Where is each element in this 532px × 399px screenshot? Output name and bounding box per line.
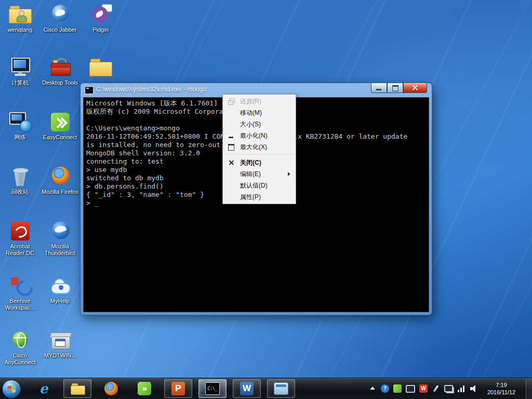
close-button[interactable]	[403, 83, 427, 93]
icon-label: MYDTWIN...	[41, 352, 79, 359]
icon-label: Mozilla Firefox	[41, 189, 79, 195]
signal-tray-icon[interactable]	[457, 384, 466, 393]
network-icon	[8, 112, 32, 132]
anyconnect-icon	[8, 330, 32, 351]
user-folder-icon	[8, 4, 32, 25]
desktop-icon-folder[interactable]	[81, 57, 120, 79]
taskbar: e » P C:\_ W	[0, 378, 532, 399]
menu-item-close[interactable]: 关闭(C)	[224, 157, 295, 168]
menu-item-restore[interactable]: 还原(R)	[224, 96, 295, 107]
taskbar-word-button[interactable]: W	[233, 379, 261, 398]
show-desktop-button[interactable]	[526, 378, 532, 399]
taskbar-explorer-button[interactable]	[63, 379, 91, 398]
icon-label: Cisco AnyConnect	[1, 352, 39, 366]
desktop-icon-myhelp[interactable]: MyHelp	[41, 275, 79, 304]
cloud-icon	[48, 275, 72, 296]
desktop-icon-desktop-tools[interactable]: Desktop Tools	[41, 57, 79, 86]
installer-icon	[48, 330, 72, 351]
firefox-icon	[103, 381, 119, 396]
desktop-icon-wenqtang[interactable]: wenqtang	[1, 4, 39, 33]
easyconnect-icon	[48, 112, 72, 132]
help-tray-icon[interactable]: ?	[381, 384, 389, 393]
desktop-icon-computer[interactable]: 计算机	[1, 57, 39, 86]
recycle-bin-icon	[8, 166, 32, 187]
start-button[interactable]	[2, 380, 21, 398]
icon-label: Beehive Workspac...	[1, 298, 39, 311]
system-tray: ? W 7:19 2016/11/12	[368, 378, 532, 399]
desktop-icon-mydtwin[interactable]: MYDTWIN...	[41, 330, 79, 359]
window-title: C:\windows\system32\cmd.exe - mongo	[96, 86, 206, 93]
toolbox-icon	[48, 57, 72, 78]
folder-icon	[89, 57, 113, 78]
desktop-icon-beehive[interactable]: Beehive Workspac...	[1, 275, 39, 311]
menu-item-defaults[interactable]: 默认值(D)	[224, 180, 295, 191]
show-hidden-icons-button[interactable]	[368, 384, 377, 393]
close-icon	[228, 159, 235, 166]
desktop-background: wenqtang 计算机 网络 回收站 Acrobat Reader DC Be…	[0, 0, 532, 399]
icon-label: Cisco Jabber	[41, 26, 79, 33]
icon-label: 计算机	[1, 79, 39, 86]
network-tray-icon[interactable]	[444, 385, 453, 392]
icon-label: EasyConnect	[41, 134, 79, 141]
menu-item-label: 大小(S)	[240, 121, 261, 128]
jabber-icon	[48, 4, 72, 25]
thunderbird-icon	[48, 221, 72, 242]
powerpoint-icon: P	[171, 382, 185, 395]
pen-tray-icon[interactable]	[432, 384, 440, 393]
icon-label: Mozilla Thunderbird	[41, 243, 79, 257]
cmd-icon: C:\_	[205, 382, 220, 395]
window-icon	[274, 382, 288, 395]
desktop-icon-jabber[interactable]: Cisco Jabber	[41, 4, 79, 33]
menu-item-label: 移动(M)	[240, 109, 262, 116]
desktop-icon-recycle-bin[interactable]: 回收站	[1, 166, 39, 195]
menu-item-label: 关闭(C)	[240, 159, 261, 166]
icon-label: 回收站	[1, 189, 39, 195]
menu-item-edit[interactable]: 编辑(E)	[224, 168, 295, 180]
desktop-icon-acrobat[interactable]: Acrobat Reader DC	[1, 221, 39, 257]
taskbar-easyconnect-button[interactable]: »	[131, 380, 158, 397]
pidgin-icon	[89, 4, 113, 25]
acrobat-icon	[8, 221, 32, 242]
desktop-icon-thunderbird[interactable]: Mozilla Thunderbird	[41, 221, 79, 257]
menu-item-size[interactable]: 大小(S)	[224, 118, 295, 130]
taskbar-clock[interactable]: 7:19 2016/11/12	[484, 381, 518, 396]
desktop-icon-easyconnect[interactable]: EasyConnect	[41, 112, 79, 141]
menu-item-properties[interactable]: 属性(P)	[224, 191, 295, 203]
display-tray-icon[interactable]	[406, 385, 415, 393]
up-arrow-icon	[370, 387, 375, 390]
taskbar-cmd-button[interactable]: C:\_	[198, 379, 227, 398]
taskbar-window-button[interactable]	[267, 379, 295, 398]
icon-label: wenqtang	[1, 26, 39, 33]
explorer-icon	[70, 381, 85, 396]
computer-icon	[8, 57, 32, 78]
taskbar-items: e » P C:\_ W	[30, 379, 295, 398]
menu-item-move[interactable]: 移动(M)	[224, 107, 295, 118]
menu-item-minimize[interactable]: 最小化(N)	[224, 130, 295, 141]
menu-item-maximize[interactable]: 最大化(X)	[224, 141, 295, 153]
beehive-icon	[8, 275, 32, 296]
maximize-button[interactable]	[387, 83, 403, 93]
system-context-menu: 还原(R) 移动(M) 大小(S) 最小化(N) 最大化(X) 关闭(C) 编辑…	[222, 94, 296, 204]
desktop-icon-anyconnect[interactable]: Cisco AnyConnect	[1, 330, 39, 366]
caption-buttons	[371, 83, 427, 93]
menu-item-label: 最大化(X)	[240, 143, 267, 151]
clock-date: 2016/11/12	[484, 389, 518, 396]
taskbar-ie-button[interactable]: e	[30, 380, 57, 397]
security-tray-icon[interactable]: W	[419, 384, 428, 393]
taskbar-firefox-button[interactable]	[98, 380, 125, 397]
desktop-icon-firefox[interactable]: Mozilla Firefox	[41, 166, 79, 195]
easyconnect-tray-icon[interactable]	[393, 384, 402, 393]
icon-label: 网络	[1, 134, 39, 141]
menu-item-label: 最小化(N)	[240, 132, 268, 139]
clock-time: 7:19	[484, 381, 518, 389]
minimize-button[interactable]	[371, 83, 387, 93]
easyconnect-icon: »	[138, 382, 151, 395]
taskbar-powerpoint-button[interactable]: P	[164, 379, 192, 398]
menu-item-label: 属性(P)	[240, 193, 261, 201]
minimize-icon	[228, 132, 235, 139]
volume-tray-icon[interactable]	[470, 384, 478, 393]
word-icon: W	[240, 382, 254, 395]
maximize-icon	[228, 143, 235, 151]
desktop-icon-network[interactable]: 网络	[1, 112, 39, 141]
desktop-icon-pidgin[interactable]: Pidgin	[81, 4, 120, 33]
